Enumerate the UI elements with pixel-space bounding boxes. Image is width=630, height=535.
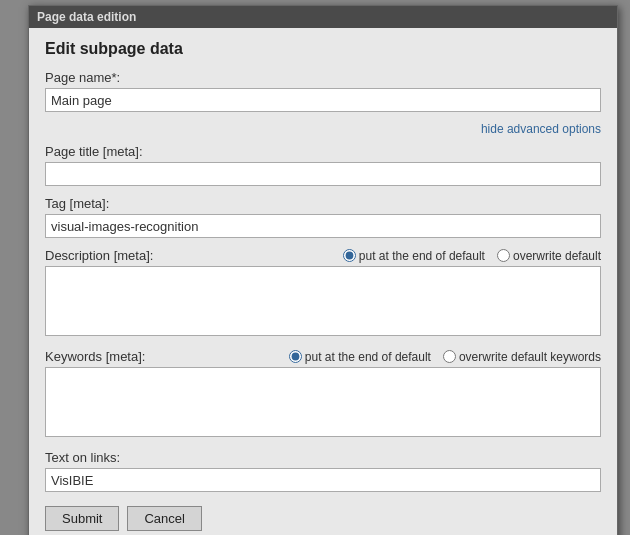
keywords-radio-1-input[interactable] (289, 350, 302, 363)
window-body: Edit subpage data Page name*: hide advan… (29, 28, 617, 535)
keywords-radio-2-label: overwrite default keywords (459, 350, 601, 364)
description-radio-1-label: put at the end of default (359, 249, 485, 263)
submit-button[interactable]: Submit (45, 506, 119, 531)
keywords-label: Keywords [meta]: (45, 349, 145, 364)
dialog-wrapper: Page data edition Edit subpage data Page… (0, 0, 630, 535)
keywords-radio-1-option[interactable]: put at the end of default (289, 350, 431, 364)
page-title-label: Page title [meta]: (45, 144, 601, 159)
keywords-radio-2-input[interactable] (443, 350, 456, 363)
page-name-label: Page name*: (45, 70, 601, 85)
description-textarea[interactable] (45, 266, 601, 336)
cancel-button[interactable]: Cancel (127, 506, 201, 531)
tag-field-group: Tag [meta]: (45, 196, 601, 238)
keywords-radio-options: put at the end of default overwrite defa… (289, 350, 601, 364)
keywords-label-row: Keywords [meta]: put at the end of defau… (45, 349, 601, 364)
text-on-links-input[interactable] (45, 468, 601, 492)
keywords-field-group: Keywords [meta]: put at the end of defau… (45, 349, 601, 440)
tag-input[interactable] (45, 214, 601, 238)
description-radio-options: put at the end of default overwrite defa… (343, 249, 601, 263)
page-data-edition-window: Page data edition Edit subpage data Page… (28, 5, 618, 535)
tag-label: Tag [meta]: (45, 196, 601, 211)
keywords-radio-1-label: put at the end of default (305, 350, 431, 364)
form-buttons-row: Submit Cancel (45, 506, 601, 531)
description-label-row: Description [meta]: put at the end of de… (45, 248, 601, 263)
window-title-bar: Page data edition (29, 6, 617, 28)
text-on-links-field-group: Text on links: (45, 450, 601, 492)
description-label: Description [meta]: (45, 248, 153, 263)
description-radio-2-option[interactable]: overwrite default (497, 249, 601, 263)
description-radio-2-label: overwrite default (513, 249, 601, 263)
page-name-field-group: Page name*: (45, 70, 601, 112)
advanced-options-row: hide advanced options (45, 122, 601, 136)
text-on-links-label: Text on links: (45, 450, 601, 465)
description-radio-2-input[interactable] (497, 249, 510, 262)
description-radio-1-input[interactable] (343, 249, 356, 262)
form-heading: Edit subpage data (45, 40, 601, 58)
description-radio-1-option[interactable]: put at the end of default (343, 249, 485, 263)
page-title-input[interactable] (45, 162, 601, 186)
page-title-field-group: Page title [meta]: (45, 144, 601, 186)
description-field-group: Description [meta]: put at the end of de… (45, 248, 601, 339)
window-title: Page data edition (37, 10, 136, 24)
keywords-radio-2-option[interactable]: overwrite default keywords (443, 350, 601, 364)
keywords-textarea[interactable] (45, 367, 601, 437)
hide-advanced-options-link[interactable]: hide advanced options (481, 122, 601, 136)
page-name-input[interactable] (45, 88, 601, 112)
